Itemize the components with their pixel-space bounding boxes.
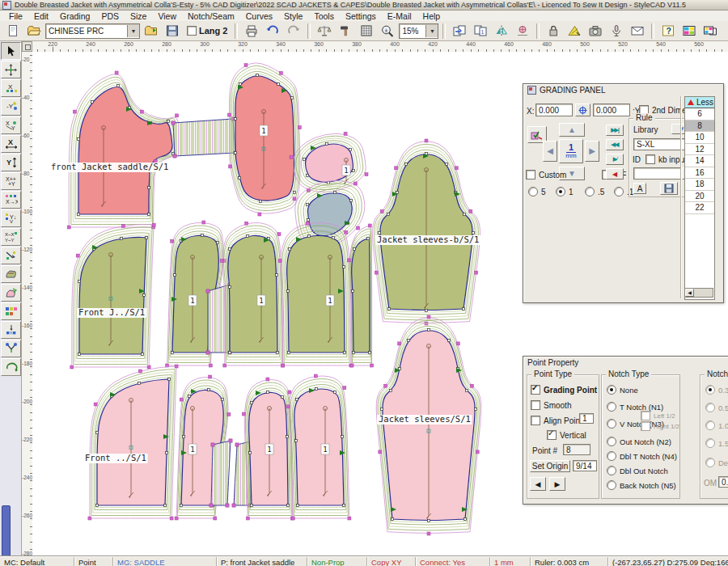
- plot-queue-button[interactable]: [722, 22, 728, 40]
- point-marker[interactable]: [171, 352, 174, 354]
- point-marker[interactable]: [229, 248, 231, 251]
- point-marker[interactable]: [276, 274, 278, 277]
- point-marker[interactable]: [446, 163, 448, 166]
- menu-item-size[interactable]: Size: [125, 11, 152, 21]
- point-marker[interactable]: [367, 238, 370, 240]
- language-select[interactable]: CHINESE PRC▼: [45, 23, 140, 39]
- apply-all-left-button[interactable]: ◀◀: [606, 139, 624, 150]
- point-marker[interactable]: [235, 152, 237, 154]
- size-row-12[interactable]: 12: [685, 144, 714, 156]
- point-marker[interactable]: [353, 248, 356, 251]
- point-marker[interactable]: [78, 213, 80, 216]
- ruler-origin-button[interactable]: [22, 41, 32, 52]
- point-marker[interactable]: [222, 399, 224, 401]
- chevron-down-icon[interactable]: ▼: [425, 25, 438, 37]
- point-marker[interactable]: [344, 352, 346, 354]
- piece-sleeve[interactable]: [376, 315, 481, 535]
- voice-button[interactable]: [607, 22, 626, 40]
- piece-front-j-3[interactable]: [220, 222, 285, 367]
- piece-front-j-4[interactable]: [278, 222, 353, 367]
- size-row-20[interactable]: 20: [685, 191, 714, 203]
- point-marker[interactable]: [260, 201, 262, 203]
- point-marker[interactable]: [148, 213, 150, 216]
- smooth-checkbox[interactable]: Smooth: [531, 400, 571, 410]
- plotter-button[interactable]: [700, 22, 720, 40]
- undo-button[interactable]: [263, 22, 282, 40]
- grid-button[interactable]: [357, 22, 376, 40]
- copy-y-tool[interactable]: Y↓V: [1, 209, 21, 227]
- save-button[interactable]: [163, 22, 182, 40]
- point-marker[interactable]: [249, 452, 252, 454]
- apply-half-button[interactable]: ▶⁄: [606, 154, 624, 165]
- point-marker[interactable]: [78, 353, 81, 356]
- point-marker[interactable]: [464, 518, 467, 521]
- step-value-button[interactable]: 1 mm: [559, 139, 583, 163]
- point-property-titlebar[interactable]: Point Property: [523, 357, 728, 369]
- point-marker[interactable]: [289, 248, 291, 251]
- lang2-checkbox[interactable]: Lang 2: [187, 26, 227, 36]
- a-button[interactable]: A: [633, 183, 646, 194]
- notch-size-1-5[interactable]: 1.5: [705, 438, 728, 448]
- point-marker[interactable]: [183, 436, 185, 438]
- point-marker[interactable]: [174, 274, 176, 277]
- piece-front-1[interactable]: [88, 365, 178, 520]
- menu-item-curves[interactable]: Curves: [240, 11, 278, 21]
- point-marker[interactable]: [142, 353, 144, 356]
- copy-x-tool[interactable]: X→X: [1, 191, 21, 209]
- set-origin-button[interactable]: Set Origin: [530, 460, 570, 472]
- rule-id-combo[interactable]: [633, 167, 682, 180]
- apply-all-right-button[interactable]: ▶▶|: [606, 125, 624, 136]
- point-marker[interactable]: [146, 237, 148, 239]
- point-marker[interactable]: [343, 505, 345, 507]
- menu-item-file[interactable]: File: [3, 11, 28, 21]
- next-point-button[interactable]: ▶: [549, 477, 565, 491]
- point-marker[interactable]: [296, 399, 298, 401]
- point-marker[interactable]: [349, 149, 352, 151]
- point-marker[interactable]: [117, 85, 120, 87]
- lock-button[interactable]: [544, 22, 563, 40]
- point-marker[interactable]: [388, 308, 391, 310]
- point-marker[interactable]: [78, 138, 80, 141]
- point-marker[interactable]: [387, 213, 390, 216]
- marker-button[interactable]: [679, 22, 699, 40]
- import-style-button[interactable]: [142, 22, 161, 40]
- point-marker[interactable]: [428, 520, 430, 522]
- notch-type-7[interactable]: Back Notch (N5): [607, 480, 676, 490]
- nudge-right-button[interactable]: ▶: [585, 141, 599, 162]
- grade-table-tool[interactable]: [1, 302, 21, 320]
- point-marker[interactable]: [353, 352, 355, 354]
- point-marker[interactable]: [396, 192, 399, 194]
- grading-panel-titlebar[interactable]: GRADING PANEL: [523, 84, 723, 96]
- point-marker[interactable]: [229, 286, 231, 289]
- notch-size-0-5[interactable]: 0.5: [705, 403, 728, 412]
- point-marker[interactable]: [334, 391, 336, 394]
- align-point-input[interactable]: 1: [579, 413, 594, 424]
- vertical-checkbox[interactable]: ✓Vertical: [547, 430, 586, 440]
- point-marker[interactable]: [392, 518, 394, 521]
- point-marker[interactable]: [399, 368, 401, 370]
- camera-button[interactable]: [586, 22, 605, 40]
- apply-one-left-button[interactable]: ◀: [606, 168, 624, 180]
- menu-item-notch-seam[interactable]: Notch/Seam: [182, 11, 240, 21]
- size-row-22[interactable]: 22: [685, 202, 714, 214]
- chevron-down-icon[interactable]: ▼: [127, 25, 139, 37]
- size-row-16[interactable]: 16: [685, 167, 714, 180]
- align-point-checkbox[interactable]: Align Point: [531, 416, 582, 425]
- point-marker[interactable]: [475, 408, 477, 411]
- point-marker[interactable]: [425, 310, 428, 312]
- point-marker[interactable]: [352, 290, 354, 293]
- digitizer-button[interactable]: [565, 22, 584, 40]
- paste-grade-piece-tool[interactable]: [1, 284, 21, 302]
- grading-point-checkbox[interactable]: ✓Grading Point: [531, 385, 597, 395]
- save-rule-button[interactable]: [660, 182, 678, 195]
- open-button[interactable]: [24, 22, 44, 40]
- point-marker[interactable]: [277, 352, 279, 354]
- piece-saddle-right[interactable]: [228, 63, 302, 216]
- redo-button[interactable]: [284, 22, 303, 40]
- point-marker[interactable]: [251, 402, 253, 404]
- hammer-button[interactable]: [336, 22, 355, 40]
- piece-front-j-1[interactable]: [70, 223, 155, 369]
- walk-button[interactable]: [513, 22, 532, 40]
- point-marker[interactable]: [307, 204, 309, 206]
- menu-item-pds[interactable]: PDS: [95, 11, 125, 21]
